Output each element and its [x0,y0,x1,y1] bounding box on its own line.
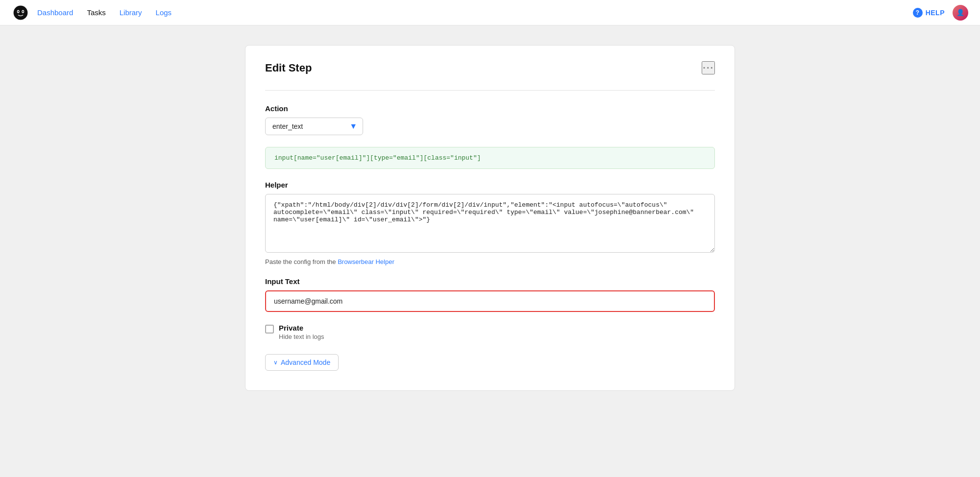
helper-hint-prefix: Paste the config from the [265,258,338,265]
help-button[interactable]: ? HELP [913,8,945,18]
more-options-button[interactable]: ··· [702,61,715,74]
card-header: Edit Step ··· [265,61,715,74]
card-title: Edit Step [265,62,312,74]
private-label-group: Private Hide text in logs [279,324,324,340]
action-select[interactable]: enter_text click navigate wait screensho… [265,118,363,135]
nav-links: Dashboard Tasks Library Logs [37,8,913,17]
private-section: Private Hide text in logs [265,324,715,340]
browserbear-helper-link[interactable]: Browserbear Helper [338,258,394,265]
main-content: Edit Step ··· Action enter_text click na… [0,25,980,410]
action-section: Action enter_text click navigate wait sc… [265,104,715,135]
action-label: Action [265,104,715,113]
nav-right: ? HELP 👤 [913,5,968,21]
svg-point-3 [18,11,19,12]
helper-label: Helper [265,181,715,189]
helper-hint: Paste the config from the Browserbear He… [265,258,715,265]
chevron-down-icon: ∨ [273,359,278,366]
css-selector-display: input[name="user[email]"][type="email"][… [265,147,715,169]
private-checkbox[interactable] [265,325,274,334]
advanced-mode-button[interactable]: ∨ Advanced Mode [265,354,339,371]
helper-section: Helper {"xpath":"/html/body/div[2]/div/d… [265,181,715,265]
input-text-field[interactable] [265,290,715,312]
edit-step-card: Edit Step ··· Action enter_text click na… [245,45,735,391]
avatar-initials: 👤 [956,9,964,16]
private-label: Private [279,324,324,332]
header-divider [265,90,715,91]
nav-dashboard[interactable]: Dashboard [37,8,73,17]
nav-tasks[interactable]: Tasks [87,8,105,17]
input-text-section: Input Text [265,277,715,312]
helper-textarea[interactable]: {"xpath":"/html/body/div[2]/div/div[2]/f… [265,194,715,253]
advanced-mode-label: Advanced Mode [281,358,330,366]
svg-point-0 [14,5,28,20]
logo[interactable] [12,4,29,22]
nav-library[interactable]: Library [120,8,142,17]
avatar[interactable]: 👤 [953,5,968,21]
help-icon: ? [913,8,923,18]
nav-logs[interactable]: Logs [156,8,172,17]
action-select-wrapper: enter_text click navigate wait screensho… [265,118,363,135]
private-hint: Hide text in logs [279,333,324,340]
svg-point-4 [23,11,24,12]
input-text-label: Input Text [265,277,715,286]
navbar: Dashboard Tasks Library Logs ? HELP 👤 [0,0,980,25]
help-label: HELP [926,9,945,17]
